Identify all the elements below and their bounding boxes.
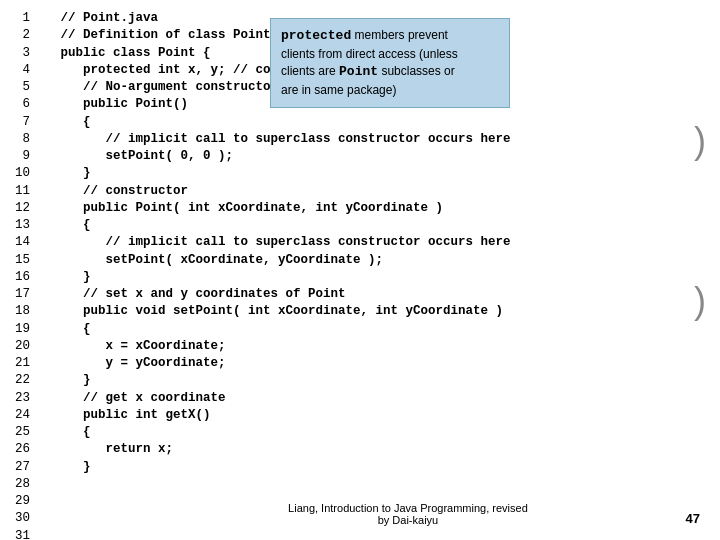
code-line: // implicit call to superclass construct… [38, 234, 720, 251]
line-number: 3 [10, 45, 30, 62]
line-number: 9 [10, 148, 30, 165]
line-number: 4 [10, 62, 30, 79]
code-line: } [38, 372, 720, 389]
code-line: } [38, 165, 720, 182]
line-number: 28 [10, 476, 30, 493]
code-line: } [38, 459, 720, 476]
code-line: { [38, 424, 720, 441]
line-number: 2 [10, 27, 30, 44]
code-line: { [38, 217, 720, 234]
line-number: 31 [10, 528, 30, 541]
line-number: 25 [10, 424, 30, 441]
tooltip-keyword2: Point [339, 64, 378, 79]
line-number: 10 [10, 165, 30, 182]
code-line: { [38, 321, 720, 338]
line-number: 20 [10, 338, 30, 355]
line-number: 24 [10, 407, 30, 424]
footer-credit: Liang, Introduction to Java Programming,… [288, 502, 528, 526]
code-line: y = yCoordinate; [38, 355, 720, 372]
code-line: public int getX() [38, 407, 720, 424]
code-line: setPoint( xCoordinate, yCoordinate ); [38, 252, 720, 269]
line-number: 17 [10, 286, 30, 303]
line-number: 30 [10, 510, 30, 527]
code-line: return x; [38, 441, 720, 458]
code-line: setPoint( 0, 0 ); [38, 148, 720, 165]
line-number: 21 [10, 355, 30, 372]
line-number: 26 [10, 441, 30, 458]
line-number: 19 [10, 321, 30, 338]
line-number: 7 [10, 114, 30, 131]
line-number: 29 [10, 493, 30, 510]
line-number: 12 [10, 200, 30, 217]
line-numbers: 1234567891011121314151617181920212223242… [10, 10, 38, 540]
page-number: 47 [686, 511, 700, 526]
tooltip-keyword: protected [281, 28, 351, 43]
code-line: { [38, 114, 720, 131]
code-line: // constructor [38, 183, 720, 200]
line-number: 15 [10, 252, 30, 269]
code-line: // get x coordinate [38, 390, 720, 407]
tooltip-box: protected members preventclients from di… [270, 18, 510, 108]
line-number: 27 [10, 459, 30, 476]
right-bracket-top: ) [694, 120, 706, 162]
line-number: 14 [10, 234, 30, 251]
line-number: 1 [10, 10, 30, 27]
line-number: 13 [10, 217, 30, 234]
line-number: 11 [10, 183, 30, 200]
line-number: 22 [10, 372, 30, 389]
line-number: 8 [10, 131, 30, 148]
right-bracket-bottom: ) [694, 280, 706, 322]
line-number: 18 [10, 303, 30, 320]
code-line: public Point( int xCoordinate, int yCoor… [38, 200, 720, 217]
code-line: // implicit call to superclass construct… [38, 131, 720, 148]
line-number: 16 [10, 269, 30, 286]
code-line: // set x and y coordinates of Point [38, 286, 720, 303]
code-line: } [38, 269, 720, 286]
page-container: 1234567891011121314151617181920212223242… [0, 0, 720, 540]
line-number: 5 [10, 79, 30, 96]
line-number: 6 [10, 96, 30, 113]
code-line: x = xCoordinate; [38, 338, 720, 355]
code-line: public void setPoint( int xCoordinate, i… [38, 303, 720, 320]
line-number: 23 [10, 390, 30, 407]
